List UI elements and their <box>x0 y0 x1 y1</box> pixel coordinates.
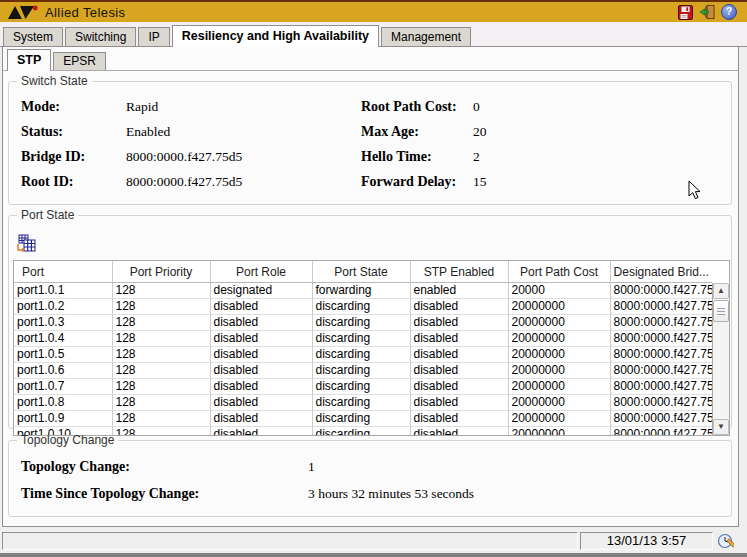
cell: 20000000 <box>508 411 610 427</box>
column-header-designated-brid[interactable]: Designated Brid... <box>610 261 712 283</box>
cell: 8000:0000.f427.75... <box>610 315 712 331</box>
brand-title: Allied Telesis <box>45 5 126 20</box>
field-row: Root Path Cost:0 <box>361 94 731 119</box>
cell: disabled <box>210 331 312 347</box>
cell: 8000:0000.f427.75... <box>610 363 712 379</box>
table-row[interactable]: port1.0.1128designatedforwardingenabled2… <box>14 283 712 299</box>
column-header-port-state[interactable]: Port State <box>312 261 410 283</box>
cell: 128 <box>112 363 210 379</box>
field-label: Root Path Cost: <box>361 99 473 115</box>
logout-icon[interactable] <box>699 4 715 20</box>
field-value: 0 <box>473 99 480 115</box>
cell: disabled <box>210 379 312 395</box>
cell: port1.0.1 <box>14 283 112 299</box>
field-label: Max Age: <box>361 124 473 140</box>
cell: port1.0.4 <box>14 331 112 347</box>
cell: 20000 <box>508 283 610 299</box>
cell: 20000000 <box>508 347 610 363</box>
field-value: 8000:0000.f427.75d5 <box>126 149 242 165</box>
cell: 128 <box>112 315 210 331</box>
cell: discarding <box>312 347 410 363</box>
cell: discarding <box>312 379 410 395</box>
table-row[interactable]: port1.0.5128disableddiscardingdisabled20… <box>14 347 712 363</box>
set-clock-icon[interactable] <box>717 533 734 550</box>
tab-ip[interactable]: IP <box>138 27 169 46</box>
cell: 8000:0000.f427.75... <box>610 411 712 427</box>
cell: 128 <box>112 331 210 347</box>
cell: discarding <box>312 395 410 411</box>
tab-resiliency-and-high-availability[interactable]: Resiliency and High Availability <box>172 25 379 47</box>
field-row: Mode:Rapid <box>21 94 361 119</box>
cell: discarding <box>312 331 410 347</box>
cell: enabled <box>410 283 508 299</box>
cell: discarding <box>312 315 410 331</box>
table-viewport: PortPort PriorityPort RolePort StateSTP … <box>14 261 712 435</box>
column-header-port-role[interactable]: Port Role <box>210 261 312 283</box>
column-header-port[interactable]: Port <box>14 261 112 283</box>
field-label: Root ID: <box>21 174 126 190</box>
column-header-port-priority[interactable]: Port Priority <box>112 261 210 283</box>
column-header-stp-enabled[interactable]: STP Enabled <box>410 261 508 283</box>
cell: disabled <box>410 379 508 395</box>
switch-state-group: Switch State Mode:RapidStatus:EnabledBri… <box>8 74 732 205</box>
cell: 20000000 <box>508 331 610 347</box>
topology-change-group: Topology Change Topology Change:1Time Si… <box>8 433 732 517</box>
field-value: 15 <box>473 174 487 190</box>
content-pane: STPEPSR Switch State Mode:RapidStatus:En… <box>2 47 739 527</box>
table-scrollbar[interactable]: ▲ ▼ <box>712 283 729 435</box>
field-row: Bridge ID:8000:0000.f427.75d5 <box>21 144 361 169</box>
field-label: Bridge ID: <box>21 149 126 165</box>
cell: port1.0.7 <box>14 379 112 395</box>
save-icon[interactable] <box>677 4 693 20</box>
table-row[interactable]: port1.0.3128disableddiscardingdisabled20… <box>14 315 712 331</box>
table-row[interactable]: port1.0.9128disableddiscardingdisabled20… <box>14 411 712 427</box>
cell: 128 <box>112 395 210 411</box>
table-row[interactable]: port1.0.8128disableddiscardingdisabled20… <box>14 395 712 411</box>
cell: 128 <box>112 411 210 427</box>
table-export-icon[interactable] <box>16 234 36 254</box>
cell: designated <box>210 283 312 299</box>
cell: port1.0.9 <box>14 411 112 427</box>
cell: 8000:0000.f427.75... <box>610 395 712 411</box>
table-row[interactable]: port1.0.4128disableddiscardingdisabled20… <box>14 331 712 347</box>
cell: 20000000 <box>508 395 610 411</box>
cell: 8000:0000.f427.75... <box>610 347 712 363</box>
table-row[interactable]: port1.0.6128disableddiscardingdisabled20… <box>14 363 712 379</box>
field-row: Root ID:8000:0000.f427.75d5 <box>21 169 361 194</box>
cell: disabled <box>410 315 508 331</box>
help-icon[interactable]: ? <box>721 4 737 20</box>
cell: 8000:0000.f427.75... <box>610 299 712 315</box>
statusbar: 13/01/13 3:57 <box>0 530 747 557</box>
cell: port1.0.8 <box>14 395 112 411</box>
table-row[interactable]: port1.0.2128disableddiscardingdisabled20… <box>14 299 712 315</box>
cell: 128 <box>112 283 210 299</box>
topology-change-legend: Topology Change <box>17 433 118 447</box>
status-message-panel <box>2 532 578 550</box>
topology-fields: Topology Change:1Time Since Topology Cha… <box>9 447 731 507</box>
field-row: Hello Time:2 <box>361 144 731 169</box>
cell: disabled <box>410 347 508 363</box>
table-row[interactable]: port1.0.7128disableddiscardingdisabled20… <box>14 379 712 395</box>
cell: disabled <box>210 299 312 315</box>
cell: port1.0.5 <box>14 347 112 363</box>
cell: disabled <box>410 363 508 379</box>
tab-switching[interactable]: Switching <box>65 27 136 46</box>
field-label: Time Since Topology Change: <box>21 486 308 502</box>
cell: disabled <box>410 299 508 315</box>
cell: discarding <box>312 299 410 315</box>
table-header-row: PortPort PriorityPort RolePort StateSTP … <box>14 261 712 283</box>
cell: disabled <box>210 363 312 379</box>
cell: disabled <box>410 331 508 347</box>
titlebar: Allied Telesis ? <box>0 0 747 22</box>
scroll-up-icon[interactable]: ▲ <box>713 283 729 299</box>
column-header-port-path-cost[interactable]: Port Path Cost <box>508 261 610 283</box>
field-value: Rapid <box>126 99 158 115</box>
subtab-stp[interactable]: STP <box>7 49 51 71</box>
tab-management[interactable]: Management <box>381 27 471 46</box>
cell: disabled <box>210 347 312 363</box>
cell: disabled <box>210 315 312 331</box>
subtab-epsr[interactable]: EPSR <box>53 52 106 70</box>
scroll-thumb[interactable] <box>713 300 729 322</box>
tab-system[interactable]: System <box>3 27 63 46</box>
cell: port1.0.2 <box>14 299 112 315</box>
